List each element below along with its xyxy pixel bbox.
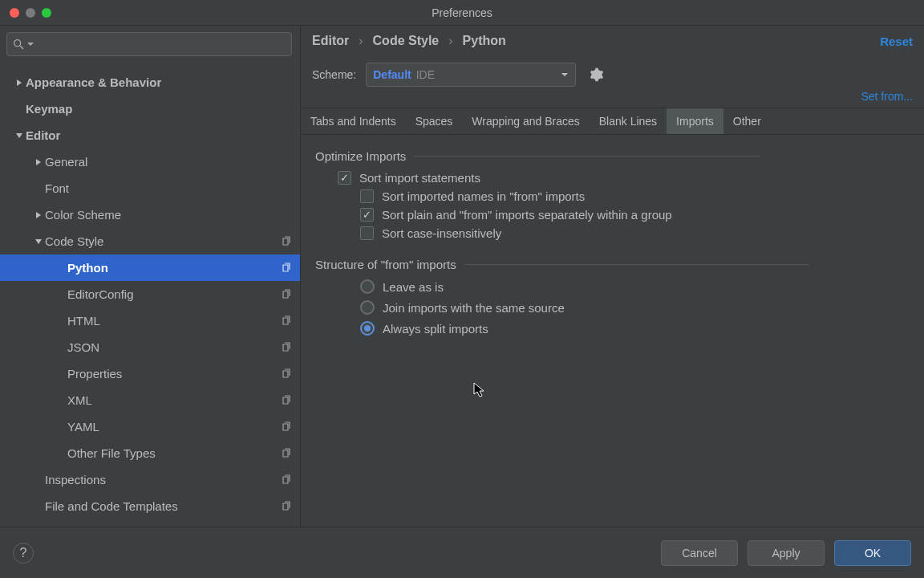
tab-other[interactable]: Other [723, 108, 771, 134]
scheme-select[interactable]: Default IDE [366, 63, 576, 87]
radio-icon [360, 300, 375, 315]
breadcrumb-editor[interactable]: Editor [312, 34, 349, 48]
sidebar-item-label: Code Style [45, 234, 281, 248]
scheme-marker-icon [281, 448, 292, 459]
sidebar-item-font[interactable]: Font [0, 175, 300, 201]
section-rule [414, 156, 759, 157]
checkbox-icon [360, 208, 374, 222]
apply-button[interactable]: Apply [748, 540, 825, 566]
sidebar-item-general[interactable]: General [0, 149, 300, 175]
checkbox-sort-case-insensitively[interactable]: Sort case-insensitively [360, 226, 910, 240]
sidebar-item-label: Editor [26, 128, 292, 142]
footer: ? Cancel Apply OK [0, 527, 924, 578]
scheme-actions-gear-button[interactable] [586, 63, 608, 86]
reset-link[interactable]: Reset [880, 35, 913, 48]
sidebar-item-inspections[interactable]: Inspections [0, 466, 300, 493]
radio-icon [360, 279, 375, 294]
search-input[interactable] [34, 39, 291, 51]
search-field-wrap[interactable] [6, 32, 292, 56]
checkbox-label: Sort plain and "from" imports separately… [382, 208, 672, 222]
radio-leave-as-is[interactable]: Leave as is [360, 279, 910, 294]
sidebar-item-code-style[interactable]: Code Style [0, 228, 300, 254]
tab-blank-lines[interactable]: Blank Lines [590, 108, 667, 134]
sidebar-item-yaml[interactable]: YAML [0, 413, 300, 440]
sidebar-item-json[interactable]: JSON [0, 334, 300, 360]
sidebar-item-label: Other File Types [67, 446, 281, 460]
checkbox-icon [360, 226, 374, 240]
checkbox-sort-plain-and-from-separately[interactable]: Sort plain and "from" imports separately… [360, 208, 910, 222]
scheme-label: Scheme: [312, 68, 356, 81]
sidebar: Appearance & Behavior Keymap Editor Gene… [0, 26, 301, 527]
sidebar-item-label: EditorConfig [67, 287, 281, 301]
section-rule [464, 264, 809, 265]
scheme-marker-icon [281, 368, 292, 380]
scheme-marker-icon [281, 395, 292, 406]
sidebar-item-editorconfig[interactable]: EditorConfig [0, 281, 300, 307]
sidebar-item-label: XML [67, 393, 281, 407]
sidebar-item-other-file-types[interactable]: Other File Types [0, 440, 300, 466]
sidebar-item-label: File and Code Templates [45, 499, 281, 513]
checkbox-label: Sort case-insensitively [382, 226, 501, 240]
checkbox-sort-import-statements[interactable]: Sort import statements [338, 171, 910, 185]
section-title-text: Optimize Imports [315, 149, 406, 163]
sidebar-item-label: Font [45, 181, 292, 195]
scheme-scope-tag: IDE [416, 68, 435, 81]
gear-icon [590, 67, 604, 82]
tab-wrapping-and-braces[interactable]: Wrapping and Braces [462, 108, 589, 134]
sidebar-item-python[interactable]: Python [0, 254, 300, 281]
tab-imports[interactable]: Imports [667, 108, 723, 134]
minimize-window-button[interactable] [26, 8, 35, 18]
window-controls [0, 8, 51, 18]
breadcrumb: Editor › Code Style › Python [312, 34, 506, 48]
cancel-button[interactable]: Cancel [661, 540, 738, 566]
scheme-marker-icon [281, 263, 292, 274]
radio-label: Join imports with the same source [383, 301, 565, 315]
scheme-marker-icon [281, 289, 292, 300]
chevron-right-icon: › [448, 34, 452, 48]
sidebar-item-editor[interactable]: Editor [0, 122, 300, 149]
sidebar-item-label: Properties [67, 367, 281, 381]
expand-arrow-icon [32, 211, 45, 219]
scheme-selected-name: Default [373, 68, 411, 81]
sidebar-item-color-scheme[interactable]: Color Scheme [0, 201, 300, 228]
sidebar-item-file-code-templates[interactable]: File and Code Templates [0, 493, 300, 519]
tab-tabs-and-indents[interactable]: Tabs and Indents [301, 108, 406, 134]
tab-spaces[interactable]: Spaces [406, 108, 463, 134]
chevron-right-icon: › [359, 34, 363, 48]
scheme-marker-icon [281, 474, 292, 486]
svg-point-0 [14, 40, 21, 47]
sidebar-item-properties[interactable]: Properties [0, 360, 300, 387]
scheme-marker-icon [281, 315, 292, 327]
section-optimize-imports: Optimize Imports [315, 149, 910, 163]
radio-always-split-imports[interactable]: Always split imports [360, 321, 910, 336]
content-header: Editor › Code Style › Python Reset [301, 26, 924, 56]
sidebar-item-label: JSON [67, 340, 281, 354]
radio-label: Leave as is [383, 280, 444, 294]
tabs: Tabs and Indents Spaces Wrapping and Bra… [301, 108, 924, 135]
sidebar-item-html[interactable]: HTML [0, 307, 300, 334]
main-area: Appearance & Behavior Keymap Editor Gene… [0, 26, 924, 527]
zoom-window-button[interactable] [42, 8, 51, 18]
breadcrumb-python: Python [463, 34, 506, 48]
radio-join-imports-same-source[interactable]: Join imports with the same source [360, 300, 910, 315]
breadcrumb-code-style[interactable]: Code Style [373, 34, 440, 48]
ok-button[interactable]: OK [834, 540, 911, 566]
help-button[interactable]: ? [13, 543, 34, 564]
sidebar-item-keymap[interactable]: Keymap [0, 96, 300, 122]
checkbox-sort-imported-names-from[interactable]: Sort imported names in "from" imports [360, 189, 910, 203]
sidebar-item-label: YAML [67, 420, 281, 434]
section-title-text: Structure of "from" imports [315, 258, 456, 271]
sidebar-item-appearance-behavior[interactable]: Appearance & Behavior [0, 69, 300, 96]
content-panel: Editor › Code Style › Python Reset Schem… [301, 26, 924, 527]
checkbox-icon [338, 171, 351, 185]
chevron-down-icon [561, 71, 569, 79]
search-history-chevron-icon[interactable] [26, 40, 34, 48]
checkbox-label: Sort import statements [359, 171, 480, 185]
scheme-marker-icon [281, 342, 292, 353]
set-from-link[interactable]: Set from... [861, 90, 913, 103]
help-icon: ? [20, 546, 27, 560]
sidebar-item-xml[interactable]: XML [0, 387, 300, 413]
collapse-arrow-icon [32, 238, 45, 246]
scheme-row: Scheme: Default IDE [301, 56, 924, 90]
close-window-button[interactable] [10, 8, 19, 18]
